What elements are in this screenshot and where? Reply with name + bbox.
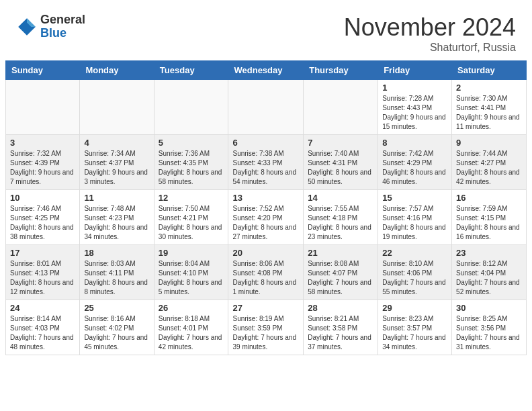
day-number: 13 (232, 193, 299, 203)
calendar-day-cell: 14Sunrise: 7:55 AM Sunset: 4:18 PM Dayli… (304, 190, 378, 245)
day-number: 15 (382, 193, 447, 203)
calendar-header-thursday: Thursday (304, 61, 378, 80)
calendar-day-cell: 3Sunrise: 7:32 AM Sunset: 4:39 PM Daylig… (6, 135, 80, 190)
day-number: 19 (159, 248, 224, 258)
day-info: Sunrise: 7:42 AM Sunset: 4:29 PM Dayligh… (382, 149, 447, 187)
day-number: 12 (159, 193, 224, 203)
calendar-header-saturday: Saturday (452, 61, 527, 80)
day-number: 18 (84, 248, 149, 258)
calendar-day-cell: 9Sunrise: 7:44 AM Sunset: 4:27 PM Daylig… (452, 135, 527, 190)
day-number: 16 (456, 193, 522, 203)
calendar-day-cell (154, 80, 228, 135)
calendar-day-cell: 21Sunrise: 8:08 AM Sunset: 4:07 PM Dayli… (304, 245, 378, 300)
calendar-day-cell (80, 80, 154, 135)
calendar-day-cell: 10Sunrise: 7:46 AM Sunset: 4:25 PM Dayli… (6, 190, 80, 245)
calendar-day-cell: 27Sunrise: 8:19 AM Sunset: 3:59 PM Dayli… (228, 300, 304, 355)
calendar-header-wednesday: Wednesday (228, 61, 304, 80)
day-number: 6 (232, 138, 299, 148)
day-info: Sunrise: 8:19 AM Sunset: 3:59 PM Dayligh… (232, 314, 299, 352)
day-info: Sunrise: 7:28 AM Sunset: 4:43 PM Dayligh… (382, 94, 447, 132)
day-number: 29 (382, 303, 447, 313)
calendar-header-tuesday: Tuesday (154, 61, 228, 80)
calendar-header-sunday: Sunday (6, 61, 80, 80)
day-number: 20 (232, 248, 299, 258)
day-number: 14 (308, 193, 373, 203)
calendar-day-cell: 18Sunrise: 8:03 AM Sunset: 4:11 PM Dayli… (80, 245, 154, 300)
day-info: Sunrise: 7:30 AM Sunset: 4:41 PM Dayligh… (456, 94, 522, 132)
day-number: 25 (84, 303, 149, 313)
calendar-day-cell: 20Sunrise: 8:06 AM Sunset: 4:08 PM Dayli… (228, 245, 304, 300)
day-number: 22 (382, 248, 447, 258)
day-number: 8 (382, 138, 447, 148)
day-info: Sunrise: 7:57 AM Sunset: 4:16 PM Dayligh… (382, 204, 447, 242)
calendar-day-cell: 25Sunrise: 8:16 AM Sunset: 4:02 PM Dayli… (80, 300, 154, 355)
day-number: 30 (456, 303, 522, 313)
calendar-week-row: 10Sunrise: 7:46 AM Sunset: 4:25 PM Dayli… (6, 190, 527, 245)
day-number: 11 (84, 193, 149, 203)
day-info: Sunrise: 7:50 AM Sunset: 4:21 PM Dayligh… (159, 204, 224, 242)
day-info: Sunrise: 8:23 AM Sunset: 3:57 PM Dayligh… (382, 314, 447, 352)
calendar-week-row: 24Sunrise: 8:14 AM Sunset: 4:03 PM Dayli… (6, 300, 527, 355)
day-info: Sunrise: 8:12 AM Sunset: 4:04 PM Dayligh… (456, 259, 522, 297)
day-info: Sunrise: 8:06 AM Sunset: 4:08 PM Dayligh… (232, 259, 299, 297)
calendar-day-cell (304, 80, 378, 135)
calendar-day-cell (6, 80, 80, 135)
day-number: 4 (84, 138, 149, 148)
day-info: Sunrise: 7:40 AM Sunset: 4:31 PM Dayligh… (308, 149, 373, 187)
calendar-week-row: 1Sunrise: 7:28 AM Sunset: 4:43 PM Daylig… (6, 80, 527, 135)
calendar-day-cell: 12Sunrise: 7:50 AM Sunset: 4:21 PM Dayli… (154, 190, 228, 245)
day-info: Sunrise: 7:32 AM Sunset: 4:39 PM Dayligh… (10, 149, 75, 187)
calendar-day-cell: 6Sunrise: 7:38 AM Sunset: 4:33 PM Daylig… (228, 135, 304, 190)
day-info: Sunrise: 7:38 AM Sunset: 4:33 PM Dayligh… (232, 149, 299, 187)
day-number: 3 (10, 138, 75, 148)
logo-blue-text: Blue (40, 26, 66, 40)
day-number: 2 (456, 83, 522, 93)
calendar-day-cell: 11Sunrise: 7:48 AM Sunset: 4:23 PM Dayli… (80, 190, 154, 245)
day-info: Sunrise: 8:25 AM Sunset: 3:56 PM Dayligh… (456, 314, 522, 352)
logo: General Blue (16, 13, 85, 40)
calendar-day-cell: 30Sunrise: 8:25 AM Sunset: 3:56 PM Dayli… (452, 300, 527, 355)
calendar-day-cell: 13Sunrise: 7:52 AM Sunset: 4:20 PM Dayli… (228, 190, 304, 245)
month-title: November 2024 (344, 13, 516, 42)
calendar-day-cell: 24Sunrise: 8:14 AM Sunset: 4:03 PM Dayli… (6, 300, 80, 355)
day-info: Sunrise: 8:21 AM Sunset: 3:58 PM Dayligh… (308, 314, 373, 352)
logo-icon (16, 16, 38, 38)
day-info: Sunrise: 8:01 AM Sunset: 4:13 PM Dayligh… (10, 259, 75, 297)
calendar-day-cell: 16Sunrise: 7:59 AM Sunset: 4:15 PM Dayli… (452, 190, 527, 245)
day-info: Sunrise: 8:04 AM Sunset: 4:10 PM Dayligh… (159, 259, 224, 297)
calendar-day-cell (228, 80, 304, 135)
day-info: Sunrise: 7:34 AM Sunset: 4:37 PM Dayligh… (84, 149, 149, 187)
day-info: Sunrise: 7:55 AM Sunset: 4:18 PM Dayligh… (308, 204, 373, 242)
day-info: Sunrise: 7:44 AM Sunset: 4:27 PM Dayligh… (456, 149, 522, 187)
day-number: 27 (232, 303, 299, 313)
calendar-day-cell: 23Sunrise: 8:12 AM Sunset: 4:04 PM Dayli… (452, 245, 527, 300)
day-info: Sunrise: 7:52 AM Sunset: 4:20 PM Dayligh… (232, 204, 299, 242)
page-header: General Blue November 2024 Shaturtorf, R… (0, 0, 532, 60)
day-number: 17 (10, 248, 75, 258)
calendar-day-cell: 28Sunrise: 8:21 AM Sunset: 3:58 PM Dayli… (304, 300, 378, 355)
calendar-week-row: 17Sunrise: 8:01 AM Sunset: 4:13 PM Dayli… (6, 245, 527, 300)
calendar-header-friday: Friday (378, 61, 452, 80)
calendar-day-cell: 22Sunrise: 8:10 AM Sunset: 4:06 PM Dayli… (378, 245, 452, 300)
day-number: 21 (308, 248, 373, 258)
calendar-day-cell: 26Sunrise: 8:18 AM Sunset: 4:01 PM Dayli… (154, 300, 228, 355)
calendar-header-row: SundayMondayTuesdayWednesdayThursdayFrid… (6, 61, 527, 80)
calendar-day-cell: 1Sunrise: 7:28 AM Sunset: 4:43 PM Daylig… (378, 80, 452, 135)
calendar-day-cell: 7Sunrise: 7:40 AM Sunset: 4:31 PM Daylig… (304, 135, 378, 190)
day-info: Sunrise: 8:03 AM Sunset: 4:11 PM Dayligh… (84, 259, 149, 297)
calendar-day-cell: 17Sunrise: 8:01 AM Sunset: 4:13 PM Dayli… (6, 245, 80, 300)
calendar-day-cell: 4Sunrise: 7:34 AM Sunset: 4:37 PM Daylig… (80, 135, 154, 190)
calendar-day-cell: 5Sunrise: 7:36 AM Sunset: 4:35 PM Daylig… (154, 135, 228, 190)
title-block: November 2024 Shaturtorf, Russia (344, 13, 516, 54)
day-number: 23 (456, 248, 522, 258)
calendar-day-cell: 15Sunrise: 7:57 AM Sunset: 4:16 PM Dayli… (378, 190, 452, 245)
day-number: 1 (382, 83, 447, 93)
day-info: Sunrise: 8:10 AM Sunset: 4:06 PM Dayligh… (382, 259, 447, 297)
location-title: Shaturtorf, Russia (344, 42, 516, 54)
calendar-week-row: 3Sunrise: 7:32 AM Sunset: 4:39 PM Daylig… (6, 135, 527, 190)
day-info: Sunrise: 8:08 AM Sunset: 4:07 PM Dayligh… (308, 259, 373, 297)
logo-general-text: General (40, 13, 85, 26)
day-info: Sunrise: 7:48 AM Sunset: 4:23 PM Dayligh… (84, 204, 149, 242)
day-number: 9 (456, 138, 522, 148)
day-number: 5 (159, 138, 224, 148)
